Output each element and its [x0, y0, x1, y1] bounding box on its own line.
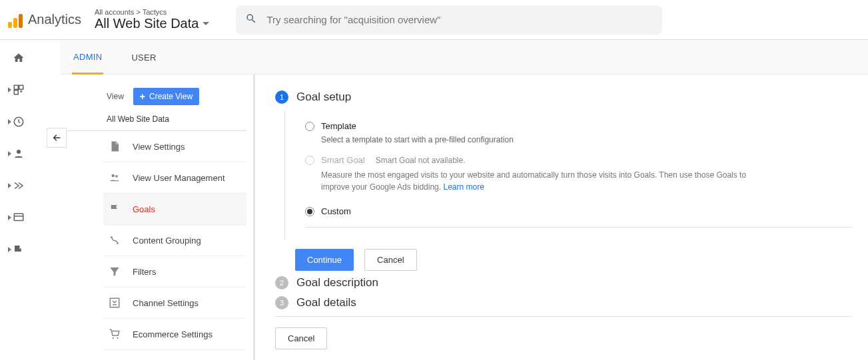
- menu-label: View User Management: [133, 173, 225, 183]
- svg-point-4: [115, 175, 118, 178]
- view-label: View: [107, 92, 124, 101]
- radio-template-label: Template: [321, 121, 356, 131]
- admin-left-column: View + Create View All Web Site Data Vie…: [60, 75, 253, 360]
- step-3-title: Goal details: [296, 296, 356, 309]
- svg-point-1: [17, 150, 21, 154]
- radio-template-row[interactable]: Template: [305, 121, 852, 131]
- analytics-logo-icon: [8, 12, 24, 28]
- acquisition-nav-icon[interactable]: [8, 180, 25, 192]
- menu-filters[interactable]: Filters: [103, 256, 246, 287]
- menu-label: Ecommerce Settings: [133, 329, 213, 339]
- template-desc: Select a template to start with a pre-fi…: [321, 135, 852, 144]
- tab-user[interactable]: USER: [130, 41, 157, 73]
- menu-label: View Settings: [133, 142, 185, 152]
- menu-ecommerce-settings[interactable]: Ecommerce Settings: [103, 319, 246, 350]
- audience-nav-icon[interactable]: [8, 148, 25, 160]
- menu-label: Channel Settings: [133, 298, 199, 308]
- customization-nav-icon[interactable]: [8, 84, 25, 96]
- menu-view-settings[interactable]: View Settings: [103, 131, 246, 162]
- view-header-row: View + Create View: [67, 88, 246, 110]
- step-1-title: Goal setup: [296, 90, 351, 104]
- create-view-label: Create View: [149, 92, 193, 101]
- back-button[interactable]: [47, 128, 67, 148]
- step-2-title: Goal description: [296, 276, 378, 289]
- create-view-button[interactable]: + Create View: [133, 88, 199, 105]
- menu-goals[interactable]: Goals: [103, 194, 246, 225]
- menu-label: Filters: [133, 267, 156, 277]
- cancel-button-step[interactable]: Cancel: [364, 249, 416, 271]
- step-1-body: Template Select a template to start with…: [284, 110, 852, 240]
- menu-label: Content Grouping: [133, 236, 201, 246]
- smart-help-text: Measure the most engaged visits to your …: [321, 169, 747, 193]
- step1-buttons: Continue Cancel: [295, 249, 852, 271]
- radio-smart-label: Smart Goal: [321, 155, 365, 165]
- step-3-header: 3 Goal details: [275, 296, 852, 309]
- svg-point-8: [113, 337, 114, 339]
- search-box[interactable]: [236, 5, 662, 35]
- radio-smart-row: Smart Goal Smart Goal not available.: [305, 155, 852, 165]
- view-dropdown[interactable]: All Web Site Data: [95, 16, 209, 31]
- realtime-nav-icon[interactable]: [8, 116, 25, 128]
- svg-point-3: [112, 174, 115, 178]
- admin-menu-list: View Settings View User Management Goals…: [67, 131, 246, 350]
- menu-channel-settings[interactable]: Channel Settings: [103, 287, 246, 319]
- view-name[interactable]: All Web Site Data: [67, 110, 246, 131]
- learn-more-link[interactable]: Learn more: [443, 182, 484, 192]
- tab-admin[interactable]: ADMIN: [72, 40, 103, 75]
- radio-custom[interactable]: [305, 207, 314, 216]
- product-name: Analytics: [28, 12, 81, 27]
- svg-point-9: [117, 337, 118, 339]
- home-icon[interactable]: [13, 52, 25, 64]
- cart-icon: [109, 328, 121, 340]
- admin-body: View + Create View All Web Site Data Vie…: [60, 75, 868, 360]
- search-icon: [245, 13, 257, 27]
- step-1-circle: 1: [275, 90, 288, 104]
- continue-button[interactable]: Continue: [295, 249, 354, 271]
- options-divider: [305, 227, 852, 228]
- file-icon: [109, 140, 121, 152]
- svg-point-5: [111, 236, 113, 238]
- app-header: Analytics All accounts > Tactycs All Web…: [0, 0, 868, 40]
- radio-custom-label: Custom: [321, 206, 351, 216]
- flag-icon: [109, 203, 121, 215]
- menu-content-grouping[interactable]: Content Grouping: [103, 225, 246, 256]
- behavior-nav-icon[interactable]: [8, 212, 25, 224]
- step-3-circle: 3: [275, 296, 288, 309]
- conversions-nav-icon[interactable]: [8, 244, 25, 256]
- cancel-button-bottom[interactable]: Cancel: [275, 327, 327, 349]
- svg-rect-2: [14, 214, 23, 221]
- menu-label: Goals: [133, 204, 155, 214]
- smart-note: Smart Goal not available.: [376, 156, 466, 165]
- radio-template[interactable]: [305, 122, 314, 131]
- view-dropdown-label: All Web Site Data: [95, 16, 199, 31]
- breadcrumb: All accounts > Tactycs: [95, 8, 209, 16]
- channel-icon: [109, 297, 121, 309]
- users-icon: [109, 172, 121, 184]
- radio-custom-row[interactable]: Custom: [305, 206, 852, 216]
- search-input[interactable]: [266, 14, 653, 25]
- plus-icon: +: [140, 91, 145, 102]
- menu-user-management[interactable]: View User Management: [103, 162, 246, 194]
- smart-help-body: Measure the most engaged visits to your …: [321, 170, 746, 192]
- account-breadcrumb-area: All accounts > Tactycs All Web Site Data: [95, 8, 209, 31]
- step-1-header: 1 Goal setup: [275, 90, 852, 104]
- app-logo: Analytics: [8, 12, 81, 28]
- left-iconbar: [0, 40, 32, 256]
- path-icon: [109, 234, 121, 246]
- step-2-circle: 2: [275, 276, 288, 289]
- radio-smart: [305, 156, 314, 165]
- caret-down-icon: [203, 22, 209, 25]
- svg-point-6: [117, 242, 119, 244]
- goal-setup-panel: 1 Goal setup Template Select a template …: [253, 75, 868, 360]
- bottom-divider: [275, 316, 852, 317]
- step-2-header: 2 Goal description: [275, 276, 852, 289]
- admin-tabs: ADMIN USER: [60, 40, 868, 75]
- funnel-icon: [109, 266, 121, 277]
